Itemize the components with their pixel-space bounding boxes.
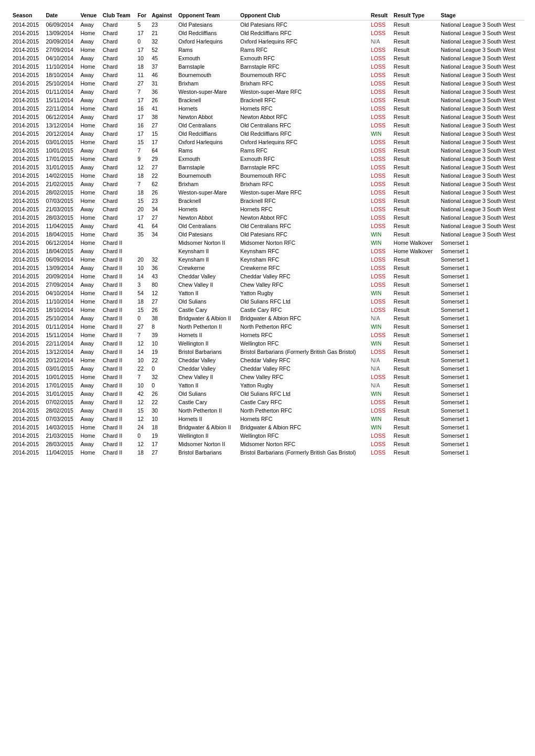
table-cell: 11/04/2015 [44,448,78,457]
table-cell: 2014-2015 [10,264,44,272]
table-cell: 20 [135,205,149,213]
table-cell: LOSS [369,348,392,356]
table-cell: Chew Valley II [176,373,238,381]
table-cell: 43 [149,272,176,280]
table-cell: Somerset 1 [438,280,525,289]
table-cell: Chard [101,138,135,146]
table-cell: Crewkerne [176,264,238,272]
table-cell: Result [392,96,439,104]
table-cell: Rams [176,146,238,155]
table-cell: Hornets RFC [238,104,369,113]
table-cell: Somerset 1 [438,381,525,390]
table-cell: 04/10/2014 [44,54,78,62]
table-cell: LOSS [369,146,392,155]
table-cell: Old Centralians RFC [238,222,369,230]
table-cell: North Petherton II [176,406,238,415]
column-header: Against [149,10,176,20]
table-cell: 15 [135,197,149,205]
table-cell: 07/02/2015 [44,398,78,406]
table-row: 2014-201501/11/2014HomeChard II278North … [10,322,525,331]
table-cell: Home [78,155,100,163]
table-cell: Home [78,331,100,339]
table-cell: 2014-2015 [10,146,44,155]
table-cell: LOSS [369,272,392,280]
table-cell: Result [392,364,439,373]
table-cell: Away [78,348,100,356]
table-cell: 15 [135,138,149,146]
table-cell: Chard [101,20,135,29]
table-cell: 20/12/2014 [44,356,78,364]
table-row: 2014-201506/12/2014AwayChard1738Newton A… [10,113,525,121]
table-cell: 2014-2015 [10,79,44,88]
table-cell: 2014-2015 [10,20,44,29]
table-cell: Chard [101,129,135,138]
table-cell: 17 [135,46,149,54]
table-cell: Chard [101,155,135,163]
table-cell: Chard [101,79,135,88]
table-cell: Exmouth [176,54,238,62]
table-row: 2014-201527/09/2014HomeChard1752RamsRams… [10,46,525,54]
table-cell: 2014-2015 [10,272,44,280]
table-cell: WIN [369,339,392,348]
table-cell: LOSS [369,104,392,113]
table-cell: Somerset 1 [438,289,525,297]
table-cell: Home [78,356,100,364]
table-cell: 06/12/2014 [44,239,78,247]
table-cell: Chard [101,163,135,171]
table-cell: 27 [149,121,176,129]
table-cell: 2014-2015 [10,155,44,163]
table-row: 2014-201518/10/2014AwayChard1146Bournemo… [10,71,525,79]
table-cell: Somerset 1 [438,423,525,431]
table-cell: Result [392,171,439,180]
table-row: 2014-201520/09/2014HomeChard II1443Chedd… [10,272,525,280]
table-cell: Home Walkover [392,247,439,255]
table-cell: 14 [135,272,149,280]
table-cell: 10 [149,415,176,423]
table-cell: 41 [135,222,149,230]
table-cell: Chard II [101,440,135,448]
table-cell: Result [392,197,439,205]
table-cell: LOSS [369,247,392,255]
column-header: Result Type [392,10,439,20]
table-cell: Chard [101,62,135,71]
table-header: SeasonDateVenueClub TeamForAgainstOppone… [10,10,525,20]
table-cell: 52 [149,46,176,54]
table-cell: Exmouth [176,155,238,163]
table-cell: 2014-2015 [10,348,44,356]
table-cell: Brixham [176,79,238,88]
table-cell: Chard II [101,322,135,331]
table-cell: Chard [101,113,135,121]
table-cell: 27 [149,297,176,306]
table-cell: Somerset 1 [438,297,525,306]
table-cell: 03/01/2015 [44,138,78,146]
table-cell: Chard [101,96,135,104]
table-cell: LOSS [369,306,392,314]
table-cell: 39 [149,331,176,339]
table-cell: Home [78,272,100,280]
table-cell: Chard II [101,448,135,457]
table-cell: 27/09/2014 [44,46,78,54]
table-body: 2014-201506/09/2014AwayChard523Old Pates… [10,20,525,457]
table-cell: Chard II [101,331,135,339]
table-row: 2014-201511/10/2014HomeChard1837Barnstap… [10,62,525,71]
table-cell: 34 [149,230,176,239]
table-row: 2014-201528/02/2015HomeChard1826Weston-s… [10,188,525,197]
table-cell: Home [78,46,100,54]
table-cell: National League 3 South West [438,188,525,197]
table-cell: Home [78,306,100,314]
table-cell: Chard [101,37,135,46]
table-cell: Hornets II [176,415,238,423]
table-cell: Away [78,205,100,213]
table-cell: Home [78,297,100,306]
table-cell: Rams RFC [238,46,369,54]
table-cell: 17/01/2015 [44,381,78,390]
table-cell: Result [392,213,439,222]
table-cell: 0 [149,381,176,390]
table-cell: 18 [149,423,176,431]
table-cell: 31/01/2015 [44,390,78,398]
column-header: Club Team [101,10,135,20]
table-cell: N/A [369,364,392,373]
table-cell: 41 [149,104,176,113]
table-cell: North Petherton RFC [238,406,369,415]
table-cell: Away [78,113,100,121]
